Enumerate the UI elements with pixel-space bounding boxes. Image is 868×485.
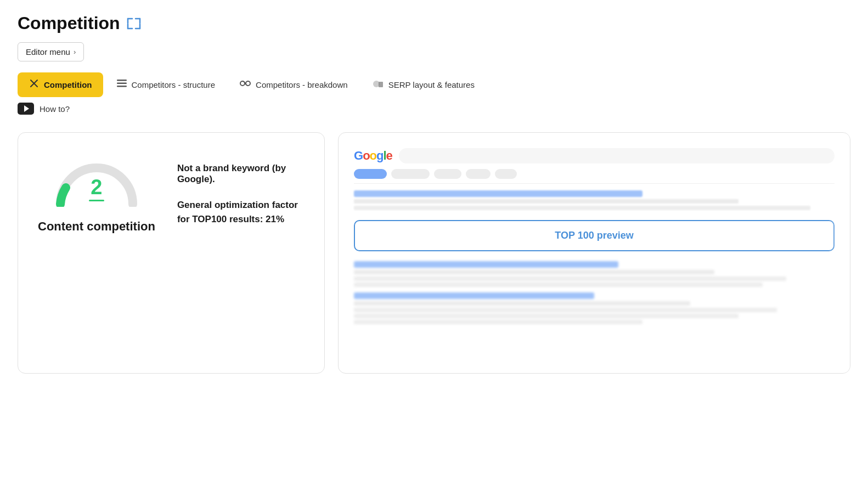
serp-result-3 xyxy=(354,292,835,324)
cards-row: 2 Content competition Not a brand keywor… xyxy=(18,132,850,374)
gauge-number: 2 xyxy=(91,177,102,198)
tab-serp-layout[interactable]: SERP layout & features xyxy=(361,73,486,97)
tab-competitors-structure-label: Competitors - structure xyxy=(132,80,216,89)
gauge-dash xyxy=(89,200,104,201)
serp-filter-tabs xyxy=(354,169,835,179)
svg-rect-10 xyxy=(117,86,127,87)
youtube-icon xyxy=(18,103,34,115)
svg-rect-8 xyxy=(117,80,127,81)
tab-competitors-structure[interactable]: Competitors - structure xyxy=(105,74,227,96)
google-logo: Google xyxy=(354,149,392,163)
how-to-label: How to? xyxy=(40,104,70,114)
tab-competition-label: Competition xyxy=(44,80,92,89)
gauge-label: Content competition xyxy=(38,219,155,235)
tab-competitors-breakdown[interactable]: Competitors - breakdown xyxy=(228,73,359,97)
top100-preview-button[interactable]: TOP 100 preview xyxy=(354,220,835,251)
svg-rect-9 xyxy=(117,83,127,84)
gauge-container: 2 xyxy=(53,155,140,207)
card-inner: 2 Content competition Not a brand keywor… xyxy=(38,155,305,235)
serp-tab-all xyxy=(354,169,387,179)
serp-result-1 xyxy=(354,190,835,210)
svg-rect-14 xyxy=(379,82,383,87)
card-text-primary: Not a brand keyword (by Google). xyxy=(177,163,305,185)
expand-icon[interactable] xyxy=(127,18,141,30)
chevron-right-icon: › xyxy=(74,48,76,56)
serp-tab-video xyxy=(434,169,461,179)
serp-tab-more xyxy=(495,169,517,179)
breakdown-tab-icon xyxy=(239,78,251,91)
gauge-wrap: 2 Content competition xyxy=(38,155,155,235)
tab-competitors-breakdown-label: Competitors - breakdown xyxy=(256,80,348,89)
how-to-row[interactable]: How to? xyxy=(18,103,850,115)
serp-tab-icon xyxy=(372,78,384,91)
page-title: Competition xyxy=(18,13,120,33)
serp-tab-images xyxy=(391,169,430,179)
card-text-secondary: General optimization factor for TOP100 r… xyxy=(177,198,305,226)
serp-search-bar xyxy=(399,148,835,163)
competition-card: 2 Content competition Not a brand keywor… xyxy=(18,132,325,374)
competition-tab-icon xyxy=(29,78,40,92)
structure-tab-icon xyxy=(116,79,127,91)
card-text: Not a brand keyword (by Google). General… xyxy=(177,163,305,226)
serp-card: Google TOP 100 preview xyxy=(338,132,850,374)
editor-menu-label: Editor menu xyxy=(26,47,70,57)
page-header: Competition xyxy=(18,13,850,33)
serp-results-blurred xyxy=(354,261,835,324)
tabs-row: Competition Competitors - structure Comp… xyxy=(18,72,850,97)
serp-tab-news xyxy=(466,169,491,179)
serp-result-2 xyxy=(354,261,835,287)
play-triangle xyxy=(24,105,29,112)
tab-serp-layout-label: SERP layout & features xyxy=(388,80,475,89)
editor-menu-button[interactable]: Editor menu › xyxy=(18,42,84,61)
serp-google-bar: Google xyxy=(354,148,835,163)
top100-btn-label: TOP 100 preview xyxy=(555,230,633,241)
tab-competition[interactable]: Competition xyxy=(18,72,103,97)
